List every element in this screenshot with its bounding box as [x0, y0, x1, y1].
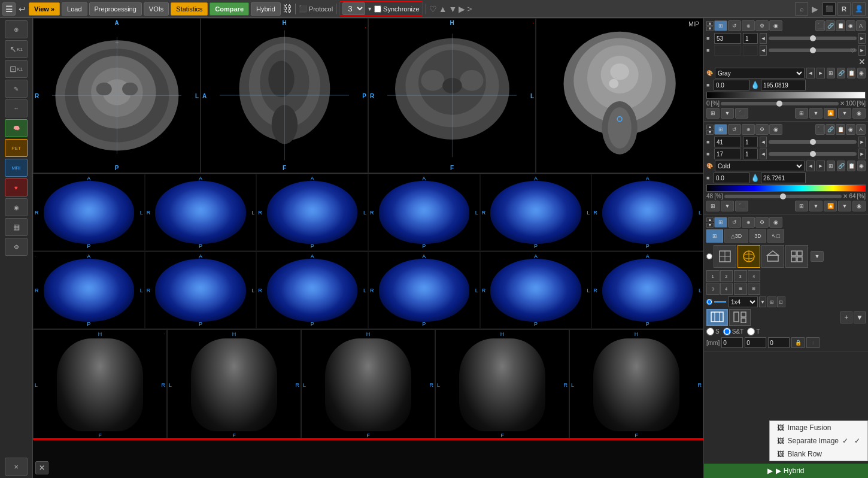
s2-bottom-icon2[interactable]: ⬛ — [735, 201, 748, 211]
arrow-right-icon[interactable]: ▶ — [459, 4, 465, 14]
grid-size-select[interactable]: 1x41x12x21x2 — [728, 297, 758, 307]
user-icon[interactable]: 👤 — [852, 2, 866, 16]
s2-bottom-icon1[interactable]: ⊞ — [706, 201, 720, 211]
brain-tool[interactable]: 🧠 — [5, 119, 28, 137]
vois-button[interactable]: VOIs — [144, 2, 169, 16]
s2-ch1-left-arrow[interactable]: ◄ — [760, 137, 767, 147]
s2-range-slider[interactable] — [724, 195, 842, 198]
s1-bottom-icon5[interactable]: ◉ — [852, 108, 866, 119]
s1-ch1-slider[interactable] — [769, 37, 857, 40]
sagittal-mri-view[interactable]: H F A P — [201, 18, 368, 173]
section1-up-arrow[interactable]: ▲ — [706, 21, 714, 26]
s1-colormap-edit3[interactable]: 📋 — [847, 68, 855, 78]
render-btn-3d[interactable] — [738, 245, 760, 268]
mri-tool[interactable]: MRI — [5, 159, 28, 177]
s2-ch1-right-arrow[interactable]: ► — [858, 137, 866, 147]
s1-channel1-extra[interactable] — [743, 33, 758, 44]
cursor-tool[interactable]: ↖K1 — [5, 40, 28, 58]
stacking-t-option[interactable]: T — [747, 328, 760, 335]
layout-tab-grid[interactable]: ⊞ — [706, 229, 723, 243]
view-button[interactable]: View » — [29, 2, 60, 16]
stacking-s-radio[interactable] — [706, 328, 714, 335]
s1-range-x-button[interactable]: ✕ — [840, 100, 845, 107]
ct-cell-1[interactable]: H F L R · — [33, 329, 167, 440]
s1-range-slider[interactable] — [721, 102, 839, 105]
more-icon[interactable]: > — [467, 4, 472, 14]
s2-extra3[interactable]: 📋 — [836, 124, 845, 135]
zoom-tool[interactable]: ⊡K1 — [5, 60, 28, 78]
viewer-close-button[interactable]: ✕ — [35, 461, 48, 474]
close-sidebar-button[interactable]: ✕ — [5, 458, 28, 476]
render-radio-1[interactable] — [706, 253, 712, 259]
pet-cell-3[interactable]: A P R L — [256, 174, 368, 251]
s1-ch2-left-arrow[interactable]: ◄ — [760, 45, 767, 56]
s2-colormap-edit2[interactable]: 🔗 — [837, 161, 845, 171]
black-square-icon[interactable]: ⬛ — [823, 2, 836, 16]
render-btn-vr[interactable] — [785, 245, 808, 268]
s2-channel1-extra[interactable] — [743, 137, 758, 147]
grid-tool[interactable]: ▦ — [5, 218, 28, 236]
s2-ch2-right-arrow[interactable]: ► — [858, 149, 866, 159]
s1-bottom-icon2[interactable]: ⬛ — [735, 108, 748, 119]
layout-chevron-btn[interactable]: ▼ — [854, 311, 866, 323]
s1-zoom-icon[interactable]: ⊕ — [742, 20, 755, 31]
layout-type-btn-2[interactable] — [729, 309, 751, 326]
s2-max-input[interactable] — [761, 173, 806, 183]
pet-cell-8[interactable]: A P R L — [145, 252, 257, 329]
arrow-up-icon[interactable]: ▲ — [439, 4, 447, 14]
stacking-sat-option[interactable]: S&T — [723, 328, 743, 335]
render-btn-mpr[interactable] — [761, 245, 784, 268]
s2-ch1-slider[interactable] — [769, 140, 857, 144]
grid-custom2[interactable]: ⊞ — [748, 283, 761, 295]
s1-reset-icon[interactable]: ↺ — [728, 20, 741, 31]
s2-target-icon[interactable]: ◉ — [769, 124, 782, 135]
stacking-s-option[interactable]: S — [706, 328, 720, 335]
s2-channel1-value[interactable] — [714, 137, 741, 147]
layout-tab-3d[interactable]: 3D — [749, 229, 766, 243]
s1-settings-icon[interactable]: ⚙ — [755, 20, 769, 31]
s1-ch2-right-arrow[interactable]: ► — [858, 45, 866, 56]
s2-channel2-value[interactable] — [714, 149, 741, 159]
ct-cell-3[interactable]: H F L R — [301, 329, 435, 440]
s1-ch2-slider[interactable] — [769, 49, 857, 52]
s1-colormap-edit4[interactable]: ◉ — [857, 68, 866, 78]
heart-icon[interactable]: ♡ — [429, 4, 437, 14]
context-separate-image[interactable]: 🖼 Separate Image ✓ — [770, 434, 867, 447]
grid-custom1[interactable]: ☰ — [734, 283, 747, 295]
s2-colormap-edit1[interactable]: ⊞ — [827, 161, 835, 171]
grid-2x1[interactable]: 3 — [706, 283, 720, 295]
layout-type-btn-active[interactable] — [706, 309, 728, 326]
s2-colormap-edit3[interactable]: 📋 — [847, 161, 855, 171]
s2-extra2[interactable]: 🔗 — [825, 124, 835, 135]
s3-grid-icon[interactable]: ⊞ — [714, 217, 727, 228]
grid-4x1[interactable]: 4 — [748, 270, 761, 282]
s2-bottom-dropdown[interactable]: ▼ — [721, 201, 734, 211]
s1-colormap-edit2[interactable]: 🔗 — [837, 68, 845, 78]
statistics-button[interactable]: Statistics — [171, 2, 208, 16]
s2-range-x-button[interactable]: ✕ — [843, 193, 848, 199]
s3-reset-icon[interactable]: ↺ — [728, 217, 741, 228]
compare-button[interactable]: Compare — [210, 2, 249, 16]
s2-zoom-icon[interactable]: ⊕ — [742, 124, 755, 135]
pet-cell-4[interactable]: A P R L — [368, 174, 480, 251]
grid-3x1[interactable]: 3 — [734, 270, 747, 282]
s2-min-input[interactable] — [714, 173, 749, 183]
s1-bottom-dropdown2[interactable]: ▼ — [809, 108, 823, 119]
ct-cell-5[interactable]: H F L R — [569, 329, 703, 440]
s1-channel1-value[interactable] — [714, 33, 741, 44]
s3-settings-icon[interactable]: ⚙ — [755, 217, 769, 228]
annotation-tool[interactable]: ✎ — [5, 80, 28, 98]
s2-ch2-slider[interactable] — [769, 152, 857, 156]
s2-colormap-prev[interactable]: ◄ — [806, 161, 815, 171]
pet-cell-11[interactable]: A P R L — [480, 252, 592, 329]
s2-grid-icon[interactable]: ⊞ — [714, 124, 727, 135]
context-image-fusion[interactable]: 🖼 Image Fusion — [770, 421, 867, 434]
preprocessing-button[interactable]: Preprocessing — [89, 2, 142, 16]
load-button[interactable]: Load — [62, 2, 87, 16]
pet-cell-7[interactable]: A P R L · — [33, 252, 145, 329]
ct-cell-4[interactable]: H F L R — [435, 329, 569, 440]
heart-tool[interactable]: ♥ — [5, 179, 28, 196]
forward-nav-icon[interactable]: ▶ — [812, 4, 818, 14]
pet-cell-6[interactable]: A P R L — [591, 174, 703, 251]
grid-right-1[interactable]: ⊞ — [767, 297, 776, 307]
